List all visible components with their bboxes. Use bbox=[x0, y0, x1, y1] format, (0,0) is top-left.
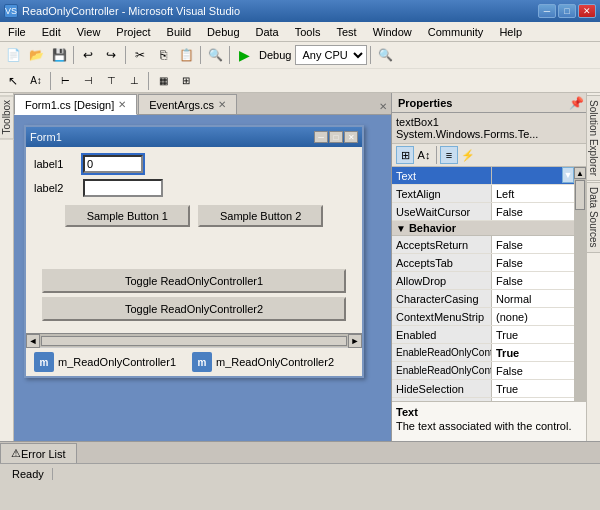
tab-form1-design[interactable]: Form1.cs [Design] ✕ bbox=[14, 94, 137, 115]
prop-row-hideselection[interactable]: HideSelection True bbox=[392, 380, 574, 398]
find-btn[interactable]: 🔍 bbox=[204, 44, 226, 66]
prop-value-text[interactable] bbox=[492, 167, 562, 184]
close-button[interactable]: ✕ bbox=[578, 4, 596, 18]
prop-name-charactercasing: CharacterCasing bbox=[392, 290, 492, 307]
debug-controls: ▶ Debug Any CPU bbox=[233, 44, 367, 66]
tab-eventargs[interactable]: EventArgs.cs ✕ bbox=[138, 94, 237, 114]
prop-name-enablereadonly2: EnableReadOnlyContrc bbox=[392, 362, 492, 379]
tab-eventargs-close[interactable]: ✕ bbox=[218, 99, 226, 110]
new-project-btn[interactable]: 📄 bbox=[2, 44, 24, 66]
prop-category-behavior[interactable]: ▼ Behavior bbox=[392, 221, 574, 236]
toolbox-label[interactable]: Toolbox bbox=[0, 95, 14, 139]
panel-pin-icon[interactable]: 📌 bbox=[569, 96, 584, 110]
prop-value-usewaitcursor: False bbox=[492, 203, 574, 220]
scroll-right-arrow[interactable]: ► bbox=[348, 334, 362, 348]
menu-file[interactable]: File bbox=[0, 22, 34, 41]
prop-row-usewaitcursor[interactable]: UseWaitCursor False bbox=[392, 203, 574, 221]
prop-row-enablereadonly1[interactable]: EnableReadOnlyContrc True bbox=[392, 344, 574, 362]
properties-object-header: textBox1 System.Windows.Forms.Te... bbox=[392, 113, 586, 144]
solution-explorer-label[interactable]: Solution Explorer bbox=[586, 95, 600, 181]
prop-value-charactercasing: Normal bbox=[492, 290, 574, 307]
menu-tools[interactable]: Tools bbox=[287, 22, 329, 41]
form-content: label1 label2 Sample Button 1 Sample But… bbox=[26, 147, 362, 333]
prop-row-acceptstab[interactable]: AcceptsTab False bbox=[392, 254, 574, 272]
paste-btn[interactable]: 📋 bbox=[175, 44, 197, 66]
form-title-buttons[interactable]: ─ □ ✕ bbox=[314, 131, 358, 143]
error-list-icon: ⚠ bbox=[11, 447, 21, 460]
cut-btn[interactable]: ✂ bbox=[129, 44, 151, 66]
form-label1: label1 bbox=[34, 158, 79, 170]
form-sample-btn1[interactable]: Sample Button 1 bbox=[65, 205, 190, 227]
form-maximize-btn[interactable]: □ bbox=[329, 131, 343, 143]
prop-row-text[interactable]: Text ▼ bbox=[392, 167, 574, 185]
props-alphabetical-btn[interactable]: A↕ bbox=[415, 146, 433, 164]
prop-row-charactercasing[interactable]: CharacterCasing Normal bbox=[392, 290, 574, 308]
prop-row-acceptsreturn[interactable]: AcceptsReturn False bbox=[392, 236, 574, 254]
menu-data[interactable]: Data bbox=[248, 22, 287, 41]
prop-row-allowdrop[interactable]: AllowDrop False bbox=[392, 272, 574, 290]
undo-btn[interactable]: ↩ bbox=[77, 44, 99, 66]
minimize-button[interactable]: ─ bbox=[538, 4, 556, 18]
maximize-button[interactable]: □ bbox=[558, 4, 576, 18]
props-properties-btn[interactable]: ≡ bbox=[440, 146, 458, 164]
menu-test[interactable]: Test bbox=[328, 22, 364, 41]
menu-project[interactable]: Project bbox=[108, 22, 158, 41]
save-btn[interactable]: 💾 bbox=[48, 44, 70, 66]
prop-dropdown-text[interactable]: ▼ bbox=[562, 167, 574, 183]
align-right-btn[interactable]: ⊣ bbox=[77, 70, 99, 92]
format-btn[interactable]: A↕ bbox=[25, 70, 47, 92]
align-left-btn[interactable]: ⊢ bbox=[54, 70, 76, 92]
prop-row-contextmenustrip[interactable]: ContextMenuStrip (none) bbox=[392, 308, 574, 326]
prop-row-enablereadonly2[interactable]: EnableReadOnlyContrc False bbox=[392, 362, 574, 380]
scroll-left-arrow[interactable]: ◄ bbox=[26, 334, 40, 348]
controller2-item: m m_ReadOnlyController2 bbox=[192, 352, 334, 372]
copy-btn[interactable]: ⎘ bbox=[152, 44, 174, 66]
error-list-tab[interactable]: ⚠ Error List bbox=[0, 443, 77, 463]
menu-view[interactable]: View bbox=[69, 22, 109, 41]
cpu-dropdown[interactable]: Any CPU bbox=[295, 45, 367, 65]
props-sep bbox=[436, 146, 437, 164]
props-scroll-thumb[interactable] bbox=[575, 180, 585, 210]
layout-btn[interactable]: ▦ bbox=[152, 70, 174, 92]
pointer-btn[interactable]: ↖ bbox=[2, 70, 24, 92]
right-strip: Solution Explorer Data Sources bbox=[586, 93, 600, 441]
bottom-tab-bar: ⚠ Error List bbox=[0, 441, 600, 463]
menu-debug[interactable]: Debug bbox=[199, 22, 247, 41]
start-debugging-btn[interactable]: ▶ bbox=[233, 44, 255, 66]
form-textbox2[interactable] bbox=[83, 179, 163, 197]
main-area: Toolbox Form1.cs [Design] ✕ EventArgs.cs… bbox=[0, 93, 600, 441]
props-scroll-up[interactable]: ▲ bbox=[574, 167, 586, 179]
form-textbox1[interactable] bbox=[83, 155, 143, 173]
prop-value-acceptsreturn: False bbox=[492, 236, 574, 253]
prop-row-enabled[interactable]: Enabled True bbox=[392, 326, 574, 344]
form-toggle-btn1[interactable]: Toggle ReadOnlyController1 bbox=[42, 269, 346, 293]
search-toolbar-btn[interactable]: 🔍 bbox=[374, 44, 396, 66]
properties-tab[interactable]: Properties bbox=[394, 96, 456, 110]
data-sources-label[interactable]: Data Sources bbox=[586, 182, 600, 253]
behavior-label: Behavior bbox=[409, 222, 456, 234]
form-toggle-btn2[interactable]: Toggle ReadOnlyController2 bbox=[42, 297, 346, 321]
form-close-btn[interactable]: ✕ bbox=[344, 131, 358, 143]
zoom-btn[interactable]: ⊞ bbox=[175, 70, 197, 92]
form-buttons-row: Sample Button 1 Sample Button 2 bbox=[34, 205, 354, 227]
tab-bar-close[interactable]: ✕ bbox=[375, 99, 391, 114]
scroll-thumb[interactable] bbox=[41, 336, 347, 346]
props-categorized-btn[interactable]: ⊞ bbox=[396, 146, 414, 164]
menu-window[interactable]: Window bbox=[365, 22, 420, 41]
menu-community[interactable]: Community bbox=[420, 22, 492, 41]
prop-name-allowdrop: AllowDrop bbox=[392, 272, 492, 289]
tab-form1-close[interactable]: ✕ bbox=[118, 99, 126, 110]
sep4 bbox=[229, 46, 230, 64]
form-sample-btn2[interactable]: Sample Button 2 bbox=[198, 205, 323, 227]
align-bottom-btn[interactable]: ⊥ bbox=[123, 70, 145, 92]
window-controls[interactable]: ─ □ ✕ bbox=[538, 4, 596, 18]
redo-btn[interactable]: ↪ bbox=[100, 44, 122, 66]
menu-help[interactable]: Help bbox=[491, 22, 530, 41]
open-btn[interactable]: 📂 bbox=[25, 44, 47, 66]
align-top-btn[interactable]: ⊤ bbox=[100, 70, 122, 92]
props-events-btn[interactable]: ⚡ bbox=[459, 146, 477, 164]
prop-row-textalign[interactable]: TextAlign Left bbox=[392, 185, 574, 203]
menu-build[interactable]: Build bbox=[159, 22, 199, 41]
menu-edit[interactable]: Edit bbox=[34, 22, 69, 41]
form-minimize-btn[interactable]: ─ bbox=[314, 131, 328, 143]
